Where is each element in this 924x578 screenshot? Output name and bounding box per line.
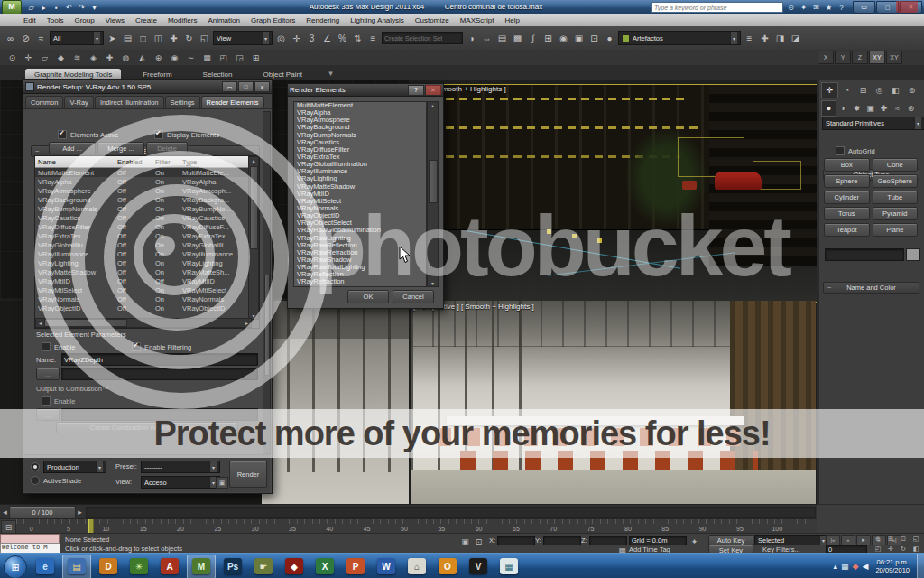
menu-item[interactable]: Group (69, 16, 99, 24)
element-row[interactable]: VRayLighting Off On VRayLighting (35, 258, 259, 267)
angle-snap-icon[interactable]: ∠ (319, 31, 335, 46)
time-slider-track[interactable] (86, 507, 816, 518)
time-slider-right-arrow[interactable]: ▸ (76, 506, 84, 518)
autogrid-checkbox[interactable] (836, 146, 845, 155)
current-frame-marker[interactable] (88, 519, 94, 533)
object-type-button[interactable]: Torus (824, 207, 870, 220)
tray-flag-icon[interactable]: ◆ (853, 562, 859, 571)
menu-item[interactable]: Tools (42, 16, 69, 24)
render-setup-tab[interactable]: Indirect Illumination (95, 96, 164, 108)
create-combustion-button[interactable]: Create Combustion Workspace Now... (56, 422, 238, 434)
column-header-name[interactable]: Name (35, 158, 117, 166)
time-slider-handle[interactable]: 0 / 100 (9, 506, 76, 519)
element-row[interactable]: VRayNormals Off On VRayNormals (35, 294, 259, 303)
combustion-path-input[interactable] (61, 408, 258, 421)
menu-item[interactable]: Rendering (300, 16, 345, 24)
workspace-arrow-icon[interactable]: ▾ (88, 2, 100, 14)
scrollbar-thumb[interactable] (429, 160, 438, 203)
taskbar-clock[interactable]: 06:21 p.m. 20/09/2010 (872, 558, 917, 574)
favorites-icon[interactable]: ★ (823, 2, 835, 14)
layer-dropdown[interactable]: Artefactos (618, 31, 741, 45)
element-type-item[interactable]: VRayRefraction (294, 278, 426, 285)
y-coord-input[interactable] (543, 536, 581, 545)
show-desktop-button[interactable] (917, 554, 924, 578)
percent-snap-icon[interactable]: % (335, 31, 350, 46)
taskbar-excel-icon[interactable]: X (311, 555, 338, 578)
taskbar-autocad-icon[interactable]: A (156, 555, 183, 578)
tray-display-icon[interactable]: ▦ (841, 562, 849, 571)
add-to-layer-icon[interactable]: ◨ (772, 31, 788, 46)
element-type-item[interactable]: VRayIlluminance (294, 168, 426, 175)
motion-tab-icon[interactable]: ◎ (872, 83, 887, 98)
element-enable-checkbox[interactable] (42, 342, 51, 351)
x-coord-input[interactable] (497, 536, 535, 545)
snaps-toggle-icon[interactable]: 3 (304, 31, 319, 46)
start-button[interactable]: ⊞ (4, 555, 27, 578)
scrollbar-thumb[interactable] (264, 275, 270, 376)
element-row[interactable]: VRayMtlID Off Off VRayMtlID (35, 276, 259, 285)
element-row[interactable]: VRayBumpNormals Off On VRayBumpNo... (35, 204, 259, 213)
select-and-manipulate-icon[interactable]: ✛ (289, 31, 304, 46)
redo-icon[interactable]: ↷ (76, 2, 88, 14)
taskbar-lamp-icon[interactable]: ⌂ (403, 555, 430, 578)
isolate-key-icon[interactable]: ✦ (688, 536, 701, 548)
enable-filtering-checkbox[interactable] (132, 342, 141, 351)
table-horizontal-scrollbar[interactable]: ◂ ▸ (35, 318, 252, 328)
taskbar-sketchup-hand-icon[interactable]: ☛ (250, 555, 277, 578)
viewport-config-icon[interactable]: ◰ (217, 51, 230, 64)
restrict-plane-flyout-button[interactable]: XY (886, 51, 902, 64)
object-type-button[interactable]: Cone (873, 158, 919, 172)
selection-lock-icon[interactable]: ▣ (458, 536, 472, 548)
menu-item[interactable]: Views (100, 16, 130, 24)
scroll-up-icon[interactable]: ▴ (249, 157, 258, 163)
element-type-item[interactable]: VRayRawGlobalIllumination (294, 227, 426, 234)
ribbon-minimize-icon[interactable]: ▾ (324, 67, 337, 79)
render-production-icon[interactable]: ● (602, 31, 617, 46)
object-type-button[interactable]: Cylinder (824, 191, 870, 204)
grid-tool-icon[interactable]: ▦ (200, 51, 214, 64)
pivot-tool-icon[interactable]: ✛ (22, 51, 35, 64)
infocenter-search-input[interactable] (651, 2, 783, 13)
taskbar-ie-icon[interactable]: e (32, 555, 59, 578)
shapes-icon[interactable]: ◗ (836, 101, 850, 116)
table-vertical-scrollbar[interactable]: ▴ ▾ (248, 156, 259, 320)
modify-tab-icon[interactable]: ◔ (839, 83, 855, 98)
element-type-item[interactable]: VRayLighting (294, 175, 426, 182)
element-type-item[interactable]: VRayAtmosphere (294, 117, 426, 124)
edit-named-selection-sets-icon[interactable]: ≡ (365, 31, 381, 46)
undo-icon[interactable]: ↶ (63, 2, 75, 14)
ok-button[interactable]: OK (347, 290, 389, 303)
merge-element-button[interactable]: Merge ... (97, 142, 144, 154)
element-type-item[interactable]: VRayRawLighting (294, 235, 426, 242)
select-by-name-icon[interactable]: ▤ (120, 31, 135, 46)
element-row[interactable]: VRayBackground Off On VRayBackgro... (35, 195, 259, 204)
select-and-link-icon[interactable]: ∞ (3, 31, 18, 46)
taskbar-powerpoint-icon[interactable]: P (342, 555, 369, 578)
taskbar-3dsmax-icon[interactable]: M (187, 555, 216, 578)
collapse-icon[interactable]: ◈ (87, 51, 100, 64)
select-object-icon[interactable]: ➤ (105, 31, 120, 46)
elements-active-checkbox[interactable] (58, 130, 67, 139)
taskbar-outlook-icon[interactable]: O (434, 555, 461, 578)
taskbar-word-icon[interactable]: W (373, 555, 400, 578)
reference-coordinate-dropdown[interactable]: View (213, 31, 273, 45)
element-row[interactable]: VRayExtraTex Off On VRayExtraTex (35, 231, 259, 240)
add-element-button[interactable]: Add ... (49, 142, 96, 154)
element-browse-button[interactable]: ... (36, 368, 60, 380)
element-type-item[interactable]: VRayDiffuseFilter (294, 146, 426, 154)
preset-dropdown[interactable]: -------- (141, 461, 220, 473)
unlink-selection-icon[interactable]: ⊘ (18, 31, 33, 46)
popup-scrollbar[interactable]: ▴ ▾ (427, 101, 439, 287)
element-row[interactable]: VRayObjectID Off On VRayObjectID (35, 303, 259, 312)
taskbar-dvd-icon[interactable]: D (95, 555, 122, 578)
use-pivot-point-icon[interactable]: ◎ (273, 31, 289, 46)
zoom-extents-icon[interactable]: ⊡ (897, 534, 910, 544)
restrict-x-button[interactable]: X (818, 51, 834, 64)
subscription-center-icon[interactable]: ✦ (798, 2, 809, 14)
align-icon[interactable]: ⇔ (479, 31, 494, 46)
element-row[interactable]: MultiMatteElement Off On MultiMatteEle..… (35, 168, 259, 177)
element-type-item[interactable]: VRayBackground (294, 124, 426, 131)
object-type-button[interactable]: Sphere (824, 174, 870, 188)
menu-item[interactable]: Customize (410, 16, 455, 24)
scroll-right-icon[interactable]: ▸ (243, 320, 251, 326)
